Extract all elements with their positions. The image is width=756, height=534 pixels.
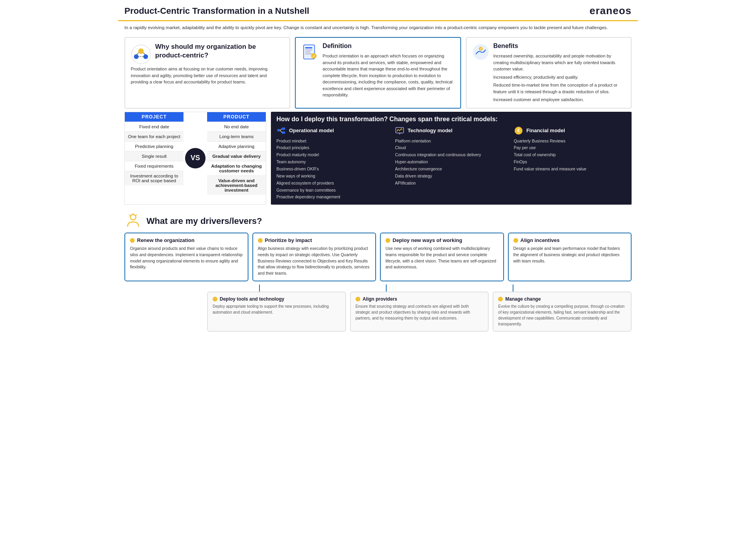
svg-point-0: [132, 45, 150, 64]
benefits-icon: ✓: [472, 43, 489, 62]
driver-card-bottom-0-title: Deploy tools and technology: [213, 296, 341, 302]
benefits-title: Benefits: [493, 42, 625, 50]
driver-card-0-title: Renew the organization: [130, 237, 243, 243]
svg-rect-9: [305, 50, 312, 50]
operational-model-items: Product mindset Product principles Produ…: [276, 138, 389, 201]
why-title: Why should my organization be product-ce…: [131, 42, 284, 60]
financial-model-items: Quarterly Business Reviews Pay per use T…: [514, 138, 626, 173]
page-header: Product-Centric Transformation in a Nuts…: [118, 0, 638, 21]
connector-2: [386, 285, 505, 292]
vs-row-2-product: Adaptive planning: [207, 141, 266, 151]
project-column: PROJECT Fixed end date One team for each…: [124, 112, 183, 205]
vs-row-0-project: Fixed end date: [125, 122, 183, 131]
operational-icon: [276, 126, 286, 135]
driver-card-bottom-1-text: Ensure that sourcing strategy and contra…: [356, 303, 484, 321]
vs-row-2-project: Predictive planning: [125, 141, 183, 151]
definition-box: ✓ Definition Product orientation is an a…: [295, 37, 461, 109]
driver-card-bottom-0: Deploy tools and technology Deploy appro…: [207, 292, 346, 332]
operational-model-title: Operational model: [276, 126, 389, 135]
svg-line-29: [135, 214, 137, 216]
vs-row-5-product: Value-driven and achievement-based inves…: [207, 176, 266, 195]
technology-model-title: Technology model: [395, 126, 507, 135]
svg-rect-10: [305, 52, 311, 52]
svg-text:€: €: [517, 128, 520, 133]
vs-row-0-product: No end date: [207, 122, 266, 131]
drivers-icon: [124, 212, 142, 230]
svg-text:✓: ✓: [479, 47, 482, 51]
svg-rect-18: [282, 127, 285, 130]
svg-rect-17: [277, 129, 280, 131]
vs-row-1-product: Long-term teams: [207, 131, 266, 141]
driver-dot-3: [513, 238, 518, 243]
vs-row-4-project: Fixed requirements: [125, 161, 183, 171]
technology-model: Technology model Platform orientation Cl…: [395, 126, 507, 201]
driver-dot-b2: [498, 297, 503, 301]
why-text: Product orientation aims at focusing on …: [131, 66, 284, 85]
page-title: Product-Centric Transformation in a Nuts…: [124, 6, 309, 16]
connector-row: [118, 285, 638, 292]
drivers-top-grid: Renew the organization Organize around p…: [118, 233, 638, 285]
definition-title: Definition: [322, 42, 454, 50]
why-icon: [131, 44, 151, 66]
driver-dot-1: [258, 238, 263, 243]
why-box: Why should my organization be product-ce…: [124, 37, 290, 109]
technology-model-items: Platform orientation Cloud Continuous in…: [395, 138, 507, 187]
svg-rect-11: [305, 54, 312, 54]
financial-icon: €: [514, 126, 523, 135]
drivers-bottom-row: Deploy tools and technology Deploy appro…: [118, 292, 638, 336]
drivers-section-title: What are my drivers/levers?: [146, 216, 262, 226]
middle-row: PROJECT Fixed end date One team for each…: [118, 112, 638, 208]
driver-card-0: Renew the organization Organize around p…: [124, 233, 248, 281]
technology-icon: [395, 126, 404, 135]
benefits-box: ✓ Benefits Increased ownership, accounta…: [466, 37, 632, 109]
driver-dot-b1: [356, 297, 360, 301]
driver-card-3-title: Align incentives: [513, 237, 626, 243]
driver-card-bottom-1-title: Align providers: [356, 296, 484, 302]
svg-line-30: [129, 214, 131, 216]
driver-dot-b0: [213, 297, 217, 301]
vs-block: PROJECT Fixed end date One team for each…: [124, 112, 266, 205]
project-header: PROJECT: [125, 112, 183, 122]
svg-text:✓: ✓: [312, 54, 315, 58]
driver-card-2-title: Deploy new ways of working: [385, 237, 498, 243]
driver-card-bottom-2-text: Evolve the culture by creating a compell…: [498, 303, 626, 327]
definition-icon: ✓: [301, 43, 319, 62]
svg-rect-8: [305, 47, 312, 48]
product-column: PRODUCT No end date Long-term teams Adap…: [207, 112, 266, 205]
driver-card-3: Align incentives Design a people and tea…: [508, 233, 632, 281]
driver-card-2-text: Use new ways of working combined with mu…: [385, 246, 498, 270]
financial-model: € Financial model Quarterly Business Rev…: [514, 126, 626, 201]
driver-card-bottom-0-text: Deploy appropriate tooling to support th…: [213, 303, 341, 315]
drivers-header: What are my drivers/levers?: [118, 208, 638, 233]
vs-row-3-product: Gradual value delivery: [207, 151, 266, 161]
deploy-title: How do I deploy this transformation? Cha…: [276, 116, 626, 123]
driver-card-1-text: Align business strategy with execution b…: [258, 246, 371, 277]
deploy-models: Operational model Product mindset Produc…: [276, 126, 626, 201]
intro-text: In a rapidly evolving market, adaptabili…: [118, 21, 638, 34]
driver-card-1: Prioritize by impact Align business stra…: [252, 233, 376, 281]
driver-card-bottom-2: Manage change Evolve the culture by crea…: [493, 292, 632, 332]
definition-text: Product orientation is an approach which…: [322, 53, 454, 98]
benefits-items: Increased ownership, accountability and …: [493, 53, 625, 103]
vs-row-3-project: Single result: [125, 151, 183, 161]
connector-3: [513, 285, 632, 292]
connector-1: [259, 285, 378, 292]
svg-rect-19: [282, 131, 285, 134]
driver-card-0-text: Organize around products and their value…: [130, 246, 243, 270]
svg-line-20: [280, 129, 282, 130]
operational-model: Operational model Product mindset Produc…: [276, 126, 389, 201]
top-boxes-section: Why should my organization be product-ce…: [118, 34, 638, 112]
driver-card-2: Deploy new ways of working Use new ways …: [380, 233, 504, 281]
driver-card-bottom-1: Align providers Ensure that sourcing str…: [350, 292, 489, 332]
financial-model-title: € Financial model: [514, 126, 626, 135]
company-logo: eraneos: [589, 5, 632, 17]
vs-row-4-product: Adaptation to changing customer needs: [207, 161, 266, 176]
vs-row-5-project: Investment according to ROI and scope ba…: [125, 171, 183, 185]
deploy-block: How do I deploy this transformation? Cha…: [271, 112, 632, 205]
vs-label: VS: [185, 148, 206, 168]
svg-point-1: [138, 48, 144, 54]
driver-card-bottom-2-title: Manage change: [498, 296, 626, 302]
svg-line-21: [280, 130, 282, 133]
driver-card-3-text: Design a people and team performance mod…: [513, 246, 626, 264]
svg-point-27: [130, 214, 136, 220]
